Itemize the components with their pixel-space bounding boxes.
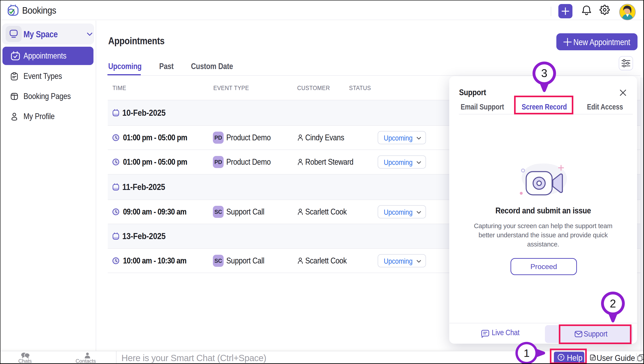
svg-text:3: 3 bbox=[541, 67, 547, 80]
svg-text:2: 2 bbox=[610, 298, 616, 310]
svg-text:1: 1 bbox=[524, 347, 530, 359]
